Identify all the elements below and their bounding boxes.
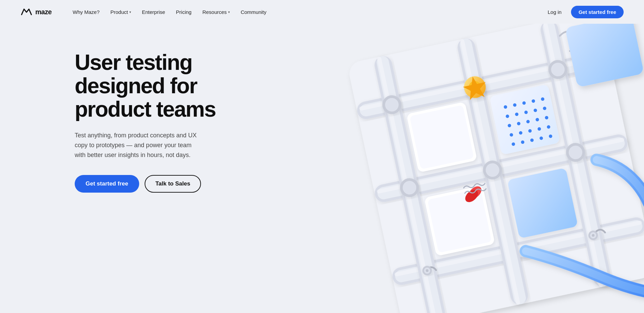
hero-talk-to-sales-button[interactable]: Talk to Sales: [145, 175, 201, 193]
navbar: maze Why Maze? Product ▾ Enterprise Pric…: [0, 0, 644, 24]
maze-logo-icon: [20, 8, 33, 16]
nav-why-maze[interactable]: Why Maze?: [68, 6, 104, 18]
nav-enterprise[interactable]: Enterprise: [137, 6, 170, 18]
svg-rect-20: [409, 105, 474, 170]
hero-3d-svg: [338, 24, 644, 313]
logo-text: maze: [35, 8, 52, 16]
resources-chevron-icon: ▾: [228, 10, 230, 14]
nav-product[interactable]: Product ▾: [106, 6, 136, 18]
logo-link[interactable]: maze: [20, 8, 52, 16]
svg-rect-48: [427, 189, 492, 253]
hero-subtitle: Test anything, from product concepts and…: [75, 131, 197, 160]
svg-rect-73: [565, 24, 644, 87]
nav-actions: Log in Get started free: [542, 6, 624, 18]
nav-pricing[interactable]: Pricing: [171, 6, 196, 18]
hero-title: User testing designed for product teams: [75, 51, 231, 121]
nav-resources[interactable]: Resources ▾: [198, 6, 235, 18]
nav-get-started-button[interactable]: Get started free: [571, 6, 624, 18]
hero-section: User testing designed for product teams …: [0, 24, 644, 313]
nav-links: Why Maze? Product ▾ Enterprise Pricing R…: [68, 6, 542, 18]
svg-rect-49: [507, 168, 578, 239]
nav-community[interactable]: Community: [236, 6, 271, 18]
hero-buttons: Get started free Talk to Sales: [75, 175, 231, 193]
hero-illustration: [338, 24, 644, 313]
hero-get-started-button[interactable]: Get started free: [75, 175, 139, 193]
product-chevron-icon: ▾: [129, 10, 131, 14]
svg-rect-21: [489, 84, 560, 155]
login-button[interactable]: Log in: [542, 6, 567, 18]
hero-content: User testing designed for product teams …: [0, 24, 231, 193]
